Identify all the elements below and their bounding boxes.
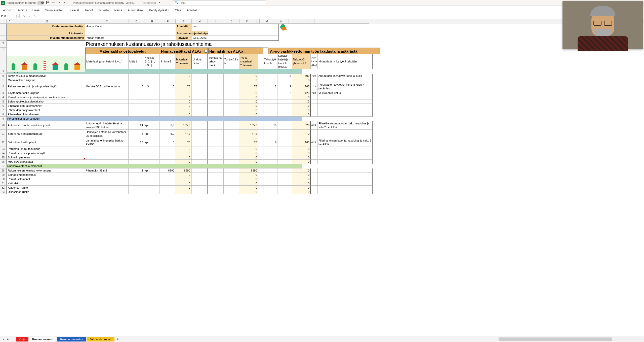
section-header: Runkorakenteet ja elementit <box>7 164 302 168</box>
row-label[interactable]: Perusmuurin routasuojaus <box>7 147 85 151</box>
col-label: Määrä <box>129 54 144 69</box>
row-label[interactable]: Pihateiden pohjarakenteet <box>7 108 85 112</box>
tab-help[interactable]: Ohje <box>174 8 182 13</box>
col-header[interactable]: K <box>239 19 255 24</box>
tab-view[interactable]: Näytä <box>114 8 123 13</box>
search-input[interactable]: 🔍 Haku <box>173 1 266 5</box>
col-header[interactable]: E <box>144 19 160 24</box>
autosave-toggle[interactable]: Automaattinen tallennus <box>7 1 44 5</box>
col-header[interactable]: J <box>224 19 239 24</box>
save-icon[interactable]: 💾 <box>46 1 50 5</box>
tab-automate[interactable]: Automatisoi <box>127 8 144 13</box>
materials-header: Materiaalit ja ostopalvelut <box>85 48 160 54</box>
filename[interactable]: Pienrakennuksen kustannusarvio_täytetty_… <box>73 1 135 4</box>
fx-icon[interactable]: fx <box>32 15 37 18</box>
col-header[interactable]: A <box>7 19 85 24</box>
titlebar: X Automaattinen tallennus 💾 ↶ ↷ ▾ Pienra… <box>0 0 644 6</box>
vat-without-toggle[interactable]: Hinnat ilman ALV:a ✓ <box>208 48 244 54</box>
row-label[interactable]: Perustusten sisäpuolinen täyttö <box>7 151 85 155</box>
name-box[interactable]: P80 <box>0 15 17 18</box>
row-label[interactable]: Betoni- tai harkkoperusmuuri <box>7 130 85 138</box>
col-header[interactable]: H <box>192 19 208 24</box>
row-label[interactable]: Betoni- tai harkkopilarit <box>7 138 85 147</box>
cancel-formula-icon[interactable]: ✕ <box>22 15 27 18</box>
col-header[interactable] <box>289 19 307 24</box>
qat-dropdown-icon[interactable]: ▾ <box>62 1 66 5</box>
decorative-image <box>7 41 85 72</box>
logo-icon <box>280 24 287 31</box>
col-header[interactable]: D <box>129 19 144 24</box>
col-label: Työ ja materiaali Yhteensä <box>239 54 258 69</box>
value[interactable]: Hannu Rinne <box>85 24 176 31</box>
tab-acrobat[interactable]: Acrobat <box>186 8 198 13</box>
col-header[interactable]: F <box>160 19 176 24</box>
label: Päiväys: <box>176 36 192 41</box>
page-title: Pienrakennuksen kustannusarvio ja rahoit… <box>85 41 263 48</box>
saved-status: Tallennettu <box>142 1 156 4</box>
tab-insert[interactable]: Lisää <box>32 8 40 13</box>
label: Ammatti: <box>176 24 192 31</box>
name-box-dropdown[interactable]: ▾ <box>17 14 20 18</box>
redo-icon[interactable]: ↷ <box>57 1 61 5</box>
tab-formulas[interactable]: Kaavat <box>69 8 79 13</box>
row-label[interactable]: Viheralueiden rakentaminen <box>7 104 85 108</box>
col-label: Kirjaa tähän mitä työtä tehdään <box>318 54 373 69</box>
row-label[interactable]: Anturoiden muotit, raudoitus ja valu <box>7 121 85 130</box>
tab-home[interactable]: Aloitus <box>17 8 27 13</box>
row-label[interactable]: Ulkoseinän runko <box>7 190 85 194</box>
row-label[interactable]: Seinäelementtitoimitus <box>7 173 85 177</box>
formula-bar: P80 ▾ ✕ ✓ fx <box>0 13 644 19</box>
select-all-corner[interactable] <box>0 19 7 24</box>
col-header[interactable]: I <box>208 19 224 24</box>
ribbon-tabs: iedosto Aloitus Lisää Sivun asettelu Kaa… <box>0 6 644 13</box>
label: Investointihankkeen nimi: <box>7 36 85 41</box>
spreadsheet-grid[interactable]: A B C D E F G H I J K L M N Kustannusarv… <box>0 19 644 335</box>
excel-icon: X <box>1 1 5 5</box>
col-label: Materiaali (puu, betoni, kivi...) <box>85 54 129 69</box>
row-label[interactable]: Perustuselementit <box>7 177 85 181</box>
row-label[interactable]: Täyttömateriaalin kuljetus <box>7 91 85 95</box>
col-header[interactable] <box>307 19 314 24</box>
checkbox-icon[interactable] <box>205 50 207 53</box>
row-label[interactable]: Rakennuksen sisä- ja ulkopuoliset täytöt <box>7 82 85 91</box>
col-label: á hinta € <box>160 54 175 69</box>
row-label[interactable]: Tontin raivaus ja maankaivutyöt <box>7 74 85 78</box>
col-label: Ajan-kohta (kk/v) <box>311 54 318 69</box>
label: Kustannusarvion laatija: <box>7 24 85 31</box>
search-icon: 🔍 <box>175 1 178 4</box>
value[interactable]: Pihaan varasto <box>85 36 176 41</box>
tab-data[interactable]: Tiedot <box>84 8 93 13</box>
label: Postinumero ja -toimipaikka: <box>176 31 208 36</box>
col-label: Talkootyö tunit h <box>263 54 277 69</box>
tab-layout[interactable]: Sivun asettelu <box>45 8 64 13</box>
undo-icon[interactable]: ↶ <box>51 1 55 5</box>
row-label[interactable]: Perustusten ulko- ja sisäpuolinen routas… <box>7 95 85 99</box>
col-header[interactable]: N <box>274 19 289 24</box>
row-label[interactable]: Pihateiden pintarakenteet <box>7 112 85 117</box>
row-label[interactable]: Muu perustamistapa <box>7 160 85 164</box>
accept-formula-icon[interactable]: ✓ <box>27 15 32 18</box>
col-header[interactable] <box>314 19 369 24</box>
vat-with-toggle[interactable]: Hinnat sisältävät ALV:n <box>160 48 208 54</box>
col-header[interactable]: L <box>255 19 260 24</box>
row-label[interactable]: Alapohjan runko <box>7 186 85 190</box>
col-label: Yksikkö (m2, jm, m3...) <box>144 54 160 69</box>
col-header[interactable]: G <box>176 19 192 24</box>
tab-file[interactable]: iedosto <box>2 8 13 13</box>
tab-review[interactable]: Tarkista <box>98 8 109 13</box>
value[interactable]: rkm <box>192 24 279 31</box>
col-label: Urakka-hinta <box>191 54 208 69</box>
col-header[interactable]: C <box>85 19 129 24</box>
vol-work-header: Arvio vastikkeettoman työn laadusta ja m… <box>268 48 380 54</box>
row-label[interactable]: Kattoristikot <box>7 181 85 186</box>
col-header[interactable]: M <box>260 19 274 24</box>
col-label: Konetyö + kuljettaja tunnit h (talkoo) <box>277 54 292 69</box>
row-label[interactable]: Sokkelin pinnoitus <box>7 155 85 160</box>
value[interactable]: 23.11.2023 <box>192 36 279 41</box>
row-label[interactable]: Salaojaputket ja salaojakaivot <box>7 99 85 104</box>
row-label[interactable]: Maa-aineksen kuljetus <box>7 78 85 82</box>
row-label[interactable]: Rakennuksen toimitus kokonaisena <box>7 168 85 173</box>
tab-developer[interactable]: Kehitystyökalut <box>148 8 170 13</box>
col-label: Materiaali Yhteensä <box>175 54 191 69</box>
section-header: Perustukset ja perusmuurit <box>7 117 302 121</box>
